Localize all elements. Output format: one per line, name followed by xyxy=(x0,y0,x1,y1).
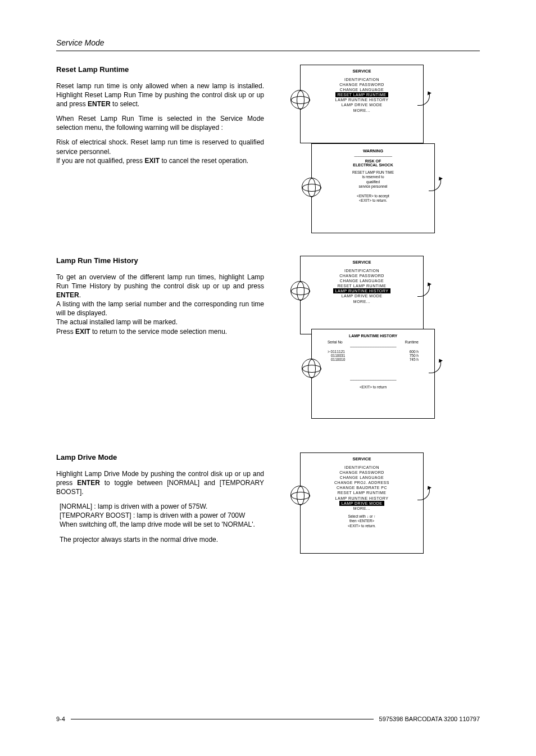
text-column: Lamp Drive Mode Highlight Lamp Drive Mod… xyxy=(56,452,264,559)
section-history: Lamp Run Time History To get an overview… xyxy=(56,256,480,430)
menu-item: LAMP RUNTINE HISTORY xyxy=(301,97,423,102)
header-rule xyxy=(56,51,480,51)
col-head: Runtime xyxy=(405,340,419,344)
globe-icon xyxy=(302,359,321,378)
menu-title: SERVICE xyxy=(301,260,423,265)
t: RESET LAMP RUN TIME xyxy=(312,170,434,175)
menu-items: IDENTIFICATION CHANGE PASSWORD CHANGE LA… xyxy=(301,77,423,113)
para: A listing with the lamp serial number an… xyxy=(56,300,264,318)
menu-item: RESET LAMP RUNTIME xyxy=(301,92,423,97)
para: When Reset Lamp Run Time is selected in … xyxy=(56,114,264,132)
menu-item: IDENTIFICATION xyxy=(301,465,423,470)
arrow-tip-icon xyxy=(437,175,443,180)
globe-icon xyxy=(302,178,321,197)
menu-item: LAMP DRIVE MODE xyxy=(301,102,423,107)
service-menu-card: SERVICE IDENTIFICATION CHANGE PASSWORD C… xyxy=(300,65,424,143)
arrow-icon xyxy=(417,93,430,106)
menu-title: SERVICE xyxy=(301,456,423,461)
menu-item-highlight: RESET LAMP RUNTIME xyxy=(335,92,389,97)
cell: 0110031 xyxy=(328,354,345,357)
t: <EXIT> to return. xyxy=(301,524,423,528)
subtitle: Lamp Run Time History xyxy=(56,256,264,266)
menu-items: IDENTIFICATION CHANGE PASSWORD CHANGE LA… xyxy=(301,268,423,304)
divider: ----------------------------------------… xyxy=(328,345,419,348)
history-row: 0110031750 h xyxy=(328,354,419,357)
warning-card: WARNING --------------------------------… xyxy=(311,143,435,233)
t: To get an overview of the different lamp… xyxy=(56,273,264,290)
cell: 750 h xyxy=(410,354,419,357)
globe-icon xyxy=(290,90,310,109)
section-reset-lamp: Reset Lamp Runtime Reset lamp run time i… xyxy=(56,65,480,233)
service-menu-card: SERVICE IDENTIFICATION CHANGE PASSWORD C… xyxy=(300,256,424,334)
menu-item: CHANGE LANGUAGE xyxy=(301,278,423,283)
doc-id: 5975398 BARCODATA 3200 110797 xyxy=(379,716,480,722)
footer-rule xyxy=(71,719,374,719)
para: When switching off, the lamp drive mode … xyxy=(56,520,264,529)
subtitle: Reset Lamp Runtime xyxy=(56,65,264,75)
divider: ----------------------------------------… xyxy=(312,378,434,382)
arrow-icon xyxy=(417,284,430,297)
t: Select with ↓ or ↑ xyxy=(301,514,423,519)
t: ENTER xyxy=(56,291,79,299)
menu-item: RESET LAMP RUNTIME xyxy=(301,490,423,495)
risk-line: ELECTRICAL SHOCK xyxy=(312,163,434,167)
arrow-icon xyxy=(429,361,441,373)
warning-title: WARNING xyxy=(312,148,434,153)
para: [TEMPORARY BOOST] : lamp is driven with … xyxy=(56,511,264,520)
figure-column: SERVICE IDENTIFICATION CHANGE PASSWORD C… xyxy=(281,452,480,559)
cell: 600 h xyxy=(410,350,419,354)
t: to cancel the reset operation. xyxy=(160,157,248,165)
t: service personnel xyxy=(312,184,434,189)
menu-title: SERVICE xyxy=(301,69,423,74)
menu-items: IDENTIFICATION CHANGE PASSWORD CHANGE LA… xyxy=(301,465,423,511)
t: qualified xyxy=(312,180,434,184)
menu-item: MORE... xyxy=(301,299,423,304)
menu-item: LAMP RUNTINE HISTORY xyxy=(301,496,423,501)
t: EXIT xyxy=(75,328,90,336)
col-head: Serial No xyxy=(328,340,343,344)
figure-column: SERVICE IDENTIFICATION CHANGE PASSWORD C… xyxy=(281,256,480,430)
subtitle: Lamp Drive Mode xyxy=(56,452,264,463)
arrow-tip-icon xyxy=(426,281,431,286)
text-column: Reset Lamp Runtime Reset lamp run time i… xyxy=(56,65,264,233)
menu-item: CHANGE LANGUAGE xyxy=(301,475,423,480)
menu-item: LAMP DRIVE MODE xyxy=(301,293,423,298)
t: If you are not qualified, press xyxy=(56,157,144,165)
history-title: LAMP RUNTIME HISTORY xyxy=(312,334,434,338)
t: . xyxy=(79,291,81,299)
section-drive-mode: Lamp Drive Mode Highlight Lamp Drive Mod… xyxy=(56,452,480,559)
menu-item: MORE... xyxy=(301,108,423,113)
menu-footer: Select with ↓ or ↑ then <ENTER> <EXIT> t… xyxy=(301,514,423,528)
history-table: Serial No Runtime ----------------------… xyxy=(312,340,434,361)
menu-item: CHANGE PROJ. ADDRESS xyxy=(301,480,423,485)
para: Reset lamp run time is only allowed when… xyxy=(56,82,264,109)
history-row: 0110010745 h xyxy=(328,357,419,361)
menu-item: CHANGE PASSWORD xyxy=(301,470,423,475)
text-column: Lamp Run Time History To get an overview… xyxy=(56,256,264,430)
t: is reserved to xyxy=(312,175,434,179)
t: ENTER xyxy=(77,479,100,487)
history-footer: <EXIT> to return xyxy=(312,385,434,390)
t: to select. xyxy=(111,100,139,108)
globe-icon xyxy=(290,486,310,505)
para: If you are not qualified, press EXIT to … xyxy=(56,156,264,165)
menu-item: RESET LAMP RUNTIME xyxy=(301,283,423,288)
t: EXIT xyxy=(144,157,160,165)
menu-item-highlight: LAMP DRIVE MODE xyxy=(339,501,385,506)
t: ENTER xyxy=(88,100,111,108)
cell: 745 h xyxy=(410,357,419,361)
menu-item: CHANGE BAUDRATE PC xyxy=(301,485,423,490)
menu-item: LAMP RUNTINE HISTORY xyxy=(301,288,423,293)
para: To get an overview of the different lamp… xyxy=(56,273,264,300)
menu-item: CHANGE PASSWORD xyxy=(301,82,423,87)
diagram-stack: SERVICE IDENTIFICATION CHANGE PASSWORD C… xyxy=(300,256,480,430)
arrow-icon xyxy=(417,488,430,500)
para: [NORMAL] : lamp is driven with a power o… xyxy=(56,502,264,511)
arrow-icon xyxy=(429,179,441,191)
page-number: 9-4 xyxy=(56,716,65,722)
warning-body: RESET LAMP RUN TIME is reserved to quali… xyxy=(312,170,434,189)
t: <ENTER> to accept xyxy=(312,194,434,198)
para: The actual installed lamp will be marked… xyxy=(56,318,264,327)
menu-item: LAMP DRIVE MODE xyxy=(301,501,423,506)
t: to return to the service mode selection … xyxy=(90,328,227,336)
